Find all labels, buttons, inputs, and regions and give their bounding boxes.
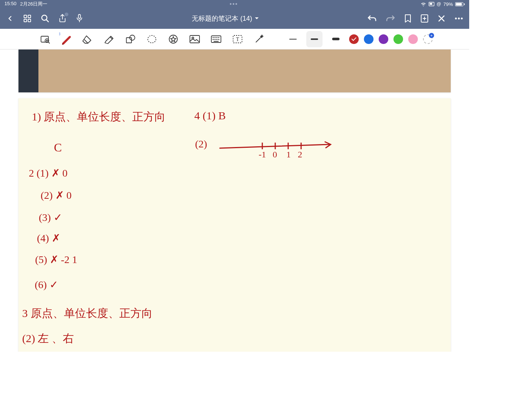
back-button[interactable] xyxy=(6,14,14,23)
svg-point-10 xyxy=(458,18,460,20)
undo-button[interactable] xyxy=(367,14,377,23)
wifi-icon xyxy=(420,2,426,6)
svg-rect-3 xyxy=(28,15,31,18)
highlighter-tool[interactable] xyxy=(101,31,117,47)
handwriting-line: (2) ✗ 0 xyxy=(41,189,72,201)
image-tool[interactable] xyxy=(187,31,203,47)
battery-icon xyxy=(455,2,465,6)
page-header-strip xyxy=(18,50,451,92)
svg-rect-4 xyxy=(24,19,27,22)
handwriting-line: (4) ✗ xyxy=(37,232,60,244)
color-red[interactable] xyxy=(349,34,359,44)
status-bar: 15:50 2月26日周一 ••• @ 79% xyxy=(0,0,469,8)
shape-tool[interactable] xyxy=(122,31,139,47)
handwriting-line: 2 (1) ✗ 0 xyxy=(29,167,68,179)
handwriting-line: 4 (1) B xyxy=(194,109,226,122)
add-page-button[interactable] xyxy=(420,14,429,23)
handwriting-line: 3 原点、单位长度、正方向 xyxy=(22,306,153,321)
grid-view-button[interactable] xyxy=(23,14,32,23)
canvas-area[interactable]: 1) 原点、单位长度、正方向 4 (1) B C (2) -1 0 1 2 2 … xyxy=(0,50,469,352)
tool-bar: ᛒ T xyxy=(0,29,469,50)
eraser-tool[interactable] xyxy=(79,31,96,47)
color-green[interactable] xyxy=(393,34,403,44)
svg-rect-7 xyxy=(78,14,81,18)
notebook-title: 无标题的笔记本 (14) xyxy=(192,14,252,23)
close-button[interactable] xyxy=(437,14,446,23)
stroke-thick[interactable] xyxy=(328,31,344,47)
handwriting-line: (5) ✗ -2 1 xyxy=(35,253,77,266)
handwriting-line: (2) xyxy=(195,138,207,150)
handwriting-line: (3) ✓ xyxy=(39,211,62,224)
stamp-tool[interactable] xyxy=(165,31,181,47)
magic-tool[interactable] xyxy=(251,31,267,47)
nav-bar: 无标题的笔记本 (14) xyxy=(0,8,469,29)
note-page[interactable]: 1) 原点、单位长度、正方向 4 (1) B C (2) -1 0 1 2 2 … xyxy=(18,98,451,352)
svg-point-9 xyxy=(455,18,457,20)
svg-point-11 xyxy=(461,18,463,20)
search-button[interactable] xyxy=(41,14,50,23)
number-line-drawing: -1 0 1 2 xyxy=(218,135,336,161)
battery-percent: 79% xyxy=(443,1,453,7)
pen-tool[interactable]: ᛒ xyxy=(58,31,74,47)
svg-text:0: 0 xyxy=(273,150,277,159)
color-purple[interactable] xyxy=(379,34,388,44)
handwriting-line: (6) ✓ xyxy=(35,279,58,291)
svg-rect-14 xyxy=(126,38,132,43)
zoom-tool[interactable] xyxy=(37,31,53,47)
text-tool[interactable]: T xyxy=(229,31,246,47)
chevron-down-icon xyxy=(255,17,259,20)
svg-rect-5 xyxy=(28,19,31,22)
svg-text:2: 2 xyxy=(298,150,302,159)
handwriting-line: (2) 左 、右 xyxy=(22,331,74,346)
color-blue[interactable] xyxy=(364,34,374,44)
handwriting-line: 1) 原点、单位长度、正方向 xyxy=(32,109,166,125)
screen-mirror-icon xyxy=(429,2,434,6)
stroke-thin[interactable] xyxy=(285,31,301,47)
status-time: 15:50 xyxy=(4,1,17,7)
svg-rect-2 xyxy=(24,15,27,18)
status-handle-dots[interactable]: ••• xyxy=(230,1,238,7)
color-pink[interactable] xyxy=(408,34,418,44)
svg-rect-1 xyxy=(430,3,432,5)
handwriting-line: C xyxy=(54,141,62,154)
bluetooth-icon: ᛒ xyxy=(59,32,63,36)
keyboard-tool[interactable] xyxy=(208,31,224,47)
svg-text:-1: -1 xyxy=(259,150,266,159)
lasso-tool[interactable] xyxy=(144,31,160,47)
svg-text:T: T xyxy=(236,37,239,42)
svg-text:1: 1 xyxy=(286,150,291,159)
color-add-button[interactable] xyxy=(423,34,433,44)
notebook-title-dropdown[interactable]: 无标题的笔记本 (14) xyxy=(192,14,259,23)
stroke-medium[interactable] xyxy=(306,31,323,47)
more-button[interactable] xyxy=(454,17,463,20)
redo-button[interactable] xyxy=(386,14,395,23)
svg-point-16 xyxy=(148,35,156,43)
mic-button[interactable] xyxy=(75,14,83,23)
bookmark-button[interactable] xyxy=(404,14,412,23)
share-button[interactable] xyxy=(58,14,66,23)
status-date: 2月26日周一 xyxy=(20,1,48,7)
svg-rect-18 xyxy=(190,35,200,43)
